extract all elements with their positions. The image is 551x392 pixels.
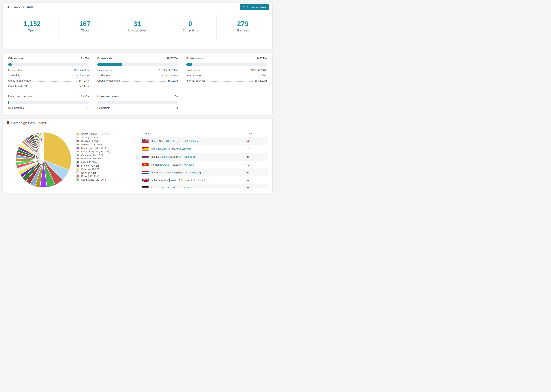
country-cell: Germany [Details ›] [Export: All › / Uni… [142,186,247,188]
progress-fill [8,101,9,104]
metric-label: Soft bounces [186,74,201,77]
stat-label: Bounces [218,29,268,32]
details-link[interactable]: Details › [170,179,179,182]
metric-row: Unsubscribes31 [8,106,89,109]
export-unique-link[interactable]: Unique › [195,179,205,182]
legend-label: Russia ( 86 / 5% ) [81,140,100,142]
campaign-geo-opens-card: Campaign Geo Opens United States ( 541 /… [3,118,273,193]
metric-label: Opens to clicks rate [97,79,120,82]
rate-value: 0.77% [80,95,89,98]
total-value: 67 [247,171,267,174]
total-value: 59 [247,179,267,182]
metric-leader [25,109,85,109]
export-all-link[interactable]: All › [187,140,191,142]
rate-title: Complaints rate [97,95,119,98]
table-header: Country Total [140,130,268,137]
metric-leader [112,109,175,109]
bracket-text: ] [ [169,155,171,158]
rates-card: Clicks rate4.46%Unique clicks167 / 4.456… [3,52,273,115]
details-link[interactable]: Details › [165,171,175,174]
details-link[interactable]: Details › [158,147,168,150]
export-unique-link[interactable]: Unique › [183,147,193,150]
country-name: United Kingdom [151,179,169,182]
export-unique-link[interactable]: Unique › [192,140,202,142]
legend-item-russia: Russia ( 86 / 5% ) [76,139,136,143]
metric-rows: Complaints0 [97,106,178,109]
metric-row: Soft bounces18 / 0% [186,74,267,77]
legend-label: Vietnam ( 79 / 5% ) [81,143,102,146]
export-icon [243,6,245,9]
export-all-link[interactable]: All › [178,147,182,150]
legend-item-romania: Romania ( 49 / 3% ) [76,157,136,161]
geo-pie-legend: United States ( 541 / 31% )Spain ( 121 /… [76,129,136,189]
metric-label: Hard bounces [186,69,202,71]
export-button-label: Export basic stats [247,6,266,9]
metric-row: Hard bounces242 / 86.738% [186,69,267,71]
metric-rows: Unique clicks167 / 4.456%Total clicks220… [8,69,89,87]
export-unique-link[interactable]: Unique › [186,163,196,166]
export-unique-link[interactable]: Unique › [184,155,194,158]
metric-leader [203,76,257,76]
stat-card-complaints: 0Complaints [164,15,217,40]
metric-label: Internal bounces [186,79,205,82]
metric-label: Total clicks [8,74,21,77]
details-link[interactable]: Details › [167,140,177,142]
legend-item-germany: Germany ( 55 / 3% ) [76,154,136,157]
export-unique-link[interactable]: Unique › [190,171,200,174]
bracket-text: ] [205,179,205,182]
geo-table: Country Total United States [Details ›] … [140,129,268,189]
metric-value: 19 / 6.81% [255,79,267,82]
metric-value: 18 / 0% [258,74,267,77]
geo-content: United States ( 541 / 31% )Spain ( 121 /… [3,128,272,189]
legend-swatch [76,168,79,170]
progress-track [97,63,178,66]
stat-card-opens: 1,152Opens [6,15,59,40]
metric-label: Unique clicks [8,69,23,71]
rate-block-bounce-rate: Bounce rate6.927%Hard bounces242 / 86.73… [186,57,267,87]
country-flag-gb [142,178,148,182]
details-link[interactable]: Details › [161,163,170,166]
stat-value: 167 [60,20,110,28]
country-name: Spain [151,147,157,150]
rate-title: Unsubscribe rate [8,95,32,98]
export-basic-stats-button[interactable]: Export basic stats [240,4,269,10]
metric-value: 0 [177,106,178,109]
metric-leader [204,71,249,71]
metric-row: Unique opens1,152 / 30.736% [97,69,178,71]
metric-row: Opens to clicks rate689.82% [97,79,178,82]
export-all-link[interactable]: All › [190,179,194,182]
details-link[interactable]: Details › [160,155,169,158]
export-all-link[interactable]: All › [182,187,186,189]
rate-block-complaints-rate: Complaints rate0%Complaints0 [97,95,178,109]
metric-row: Complaints0 [97,106,178,109]
rate-header: Opens rate30.736% [97,57,178,60]
legend-swatch [76,164,79,167]
legend-item-brazil: Brazil ( 33 / 2% ) [76,175,136,178]
metric-value: 242 / 86.738% [250,69,267,71]
rate-block-opens-rate: Opens rate30.736%Unique opens1,152 / 30.… [97,57,178,87]
legend-swatch [76,157,79,160]
metric-value: 2,303 / 61.446% [159,74,178,77]
legend-item-canada: Canada ( 40 / 2% ) [76,168,136,171]
geo-title: Campaign Geo Opens [11,121,46,125]
metric-rows: Hard bounces242 / 86.738%Soft bounces18 … [186,69,267,82]
export-all-link[interactable]: All › [185,171,190,174]
total-value: 86 [247,155,267,158]
metric-label: Click through rate [8,84,28,87]
legend-swatch [76,147,79,149]
country-flag-ru [142,155,148,159]
legend-label: South Africa ( 29 / 2% ) [81,178,106,181]
metric-row: Internal bounces19 / 6.81% [186,79,267,82]
export-unique-link[interactable]: Unique › [187,187,197,189]
metric-row: Click through rate4.147% [8,84,89,87]
metric-leader [112,76,158,76]
table-row-ru: Russia [Details ›] [Export: All › / Uniq… [140,153,268,161]
export-all-link[interactable]: All › [181,163,185,166]
rate-block-unsubscribe-rate: Unsubscribe rate0.77%Unsubscribes31 [8,95,89,109]
country-cell: Spain [Details ›] [Export: All › / Uniqu… [142,147,247,151]
partial-row-clip: Germany [Details ›] [Export: All › / Uni… [140,184,268,188]
legend-label: France ( 42 / 2% ) [81,164,100,167]
details-link[interactable]: Details › [162,187,172,189]
export-all-link[interactable]: All › [179,155,184,158]
country-flag-nl [142,170,148,174]
